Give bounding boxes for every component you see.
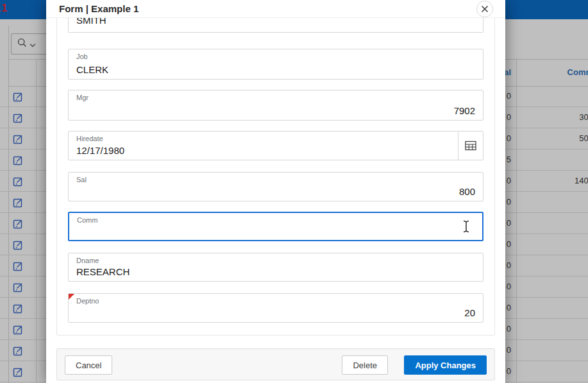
dialog-header: Form | Example 1 [46, 0, 505, 18]
mgr-value: 7902 [76, 105, 475, 116]
dialog-title: Form | Example 1 [59, 0, 139, 18]
close-icon [481, 5, 489, 13]
apply-changes-button[interactable]: Apply Changes [404, 355, 487, 375]
job-value: CLERK [76, 64, 475, 75]
ename-value: SMITH [76, 18, 475, 26]
deptno-label: Deptno [76, 297, 99, 305]
hiredate-label: Hiredate [76, 135, 103, 142]
cancel-button[interactable]: Cancel [65, 355, 112, 375]
deptno-field[interactable]: Deptno 20 [68, 293, 483, 323]
date-picker-button[interactable] [458, 132, 483, 160]
job-label: Job [76, 53, 88, 60]
sal-field[interactable]: Sal 800 [68, 172, 483, 201]
ename-field[interactable]: SMITH [68, 18, 483, 33]
deptno-value: 20 [76, 307, 475, 318]
dname-field[interactable]: Dname RESEARCH [68, 253, 483, 282]
dname-value: RESEARCH [76, 266, 475, 277]
dialog-footer: Cancel Delete Apply Changes [56, 348, 495, 380]
hiredate-field[interactable]: Hiredate 12/17/1980 [68, 131, 483, 160]
form-dialog: Form | Example 1 SMITH Job CLERK Mgr 790… [46, 0, 505, 383]
hiredate-value: 12/17/1980 [76, 145, 449, 156]
sal-value: 800 [76, 186, 475, 197]
mgr-field[interactable]: Mgr 7902 [68, 90, 483, 121]
mgr-label: Mgr [76, 94, 88, 101]
text-cursor-pointer [462, 220, 471, 233]
dname-label: Dname [76, 257, 99, 264]
delete-button[interactable]: Delete [342, 355, 388, 375]
job-field[interactable]: Job CLERK [68, 49, 483, 80]
comm-field[interactable]: Comm [68, 212, 483, 241]
comm-label: Comm [77, 216, 97, 224]
calendar-picker-icon [465, 140, 476, 151]
sal-label: Sal [76, 176, 87, 183]
required-marker [69, 294, 74, 300]
close-button[interactable] [476, 1, 493, 17]
